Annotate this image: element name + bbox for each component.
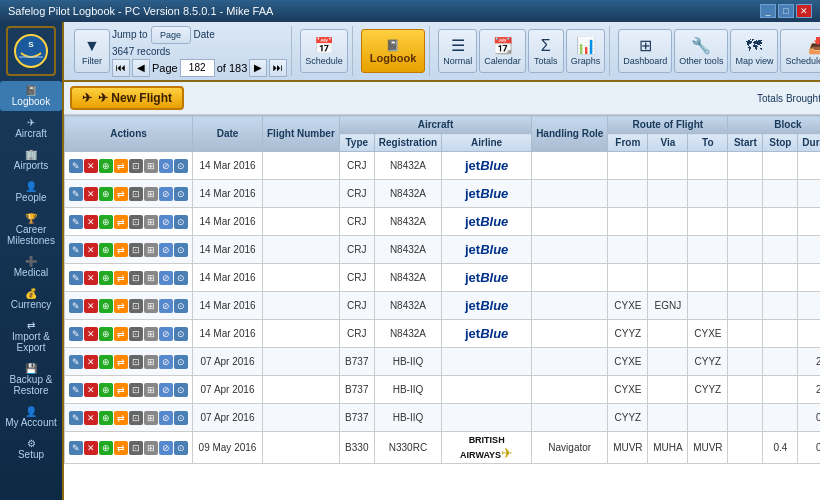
edit-icon[interactable]: ✎ [69,441,83,455]
sidebar-item-career[interactable]: 🏆 Career Milestones [0,209,62,250]
delete-icon[interactable]: ✕ [84,243,98,257]
share-icon[interactable]: ⊡ [129,299,143,313]
attach-icon[interactable]: ⊘ [159,159,173,173]
sidebar-item-logbook[interactable]: 📓 Logbook [0,81,62,111]
share-icon[interactable]: ⊡ [129,411,143,425]
view-icon[interactable]: ⊙ [174,383,188,397]
move-icon[interactable]: ⇄ [114,327,128,341]
copy-icon[interactable]: ⊕ [99,187,113,201]
delete-icon[interactable]: ✕ [84,299,98,313]
copy-icon[interactable]: ⊕ [99,243,113,257]
move-icon[interactable]: ⇄ [114,299,128,313]
new-flight-button[interactable]: ✈ ✈ New Flight [70,86,184,110]
edit-icon[interactable]: ✎ [69,215,83,229]
grid-icon[interactable]: ⊞ [144,441,158,455]
delete-icon[interactable]: ✕ [84,355,98,369]
grid-icon[interactable]: ⊞ [144,327,158,341]
attach-icon[interactable]: ⊘ [159,411,173,425]
sidebar-item-backup[interactable]: 💾 Backup & Restore [0,359,62,400]
totals-button[interactable]: Σ Totals [528,29,564,73]
view-icon[interactable]: ⊙ [174,271,188,285]
view-icon[interactable]: ⊙ [174,441,188,455]
attach-icon[interactable]: ⊘ [159,327,173,341]
share-icon[interactable]: ⊡ [129,187,143,201]
grid-icon[interactable]: ⊞ [144,355,158,369]
edit-icon[interactable]: ✎ [69,271,83,285]
attach-icon[interactable]: ⊘ [159,355,173,369]
sidebar-item-currency[interactable]: 💰 Currency [0,284,62,314]
view-icon[interactable]: ⊙ [174,355,188,369]
share-icon[interactable]: ⊡ [129,441,143,455]
edit-icon[interactable]: ✎ [69,411,83,425]
attach-icon[interactable]: ⊘ [159,441,173,455]
view-icon[interactable]: ⊙ [174,299,188,313]
schedule-button[interactable]: 📅 Schedule [300,29,348,73]
grid-icon[interactable]: ⊞ [144,243,158,257]
first-page-button[interactable]: ⏮ [112,59,130,77]
grid-icon[interactable]: ⊞ [144,159,158,173]
delete-icon[interactable]: ✕ [84,441,98,455]
delete-icon[interactable]: ✕ [84,411,98,425]
map-view-button[interactable]: 🗺 Map view [730,29,778,73]
calendar-button[interactable]: 📆 Calendar [479,29,526,73]
move-icon[interactable]: ⇄ [114,187,128,201]
attach-icon[interactable]: ⊘ [159,299,173,313]
attach-icon[interactable]: ⊘ [159,187,173,201]
delete-icon[interactable]: ✕ [84,271,98,285]
share-icon[interactable]: ⊡ [129,243,143,257]
minimize-button[interactable]: _ [760,4,776,18]
sidebar-item-account[interactable]: 👤 My Account [0,402,62,432]
copy-icon[interactable]: ⊕ [99,411,113,425]
copy-icon[interactable]: ⊕ [99,355,113,369]
copy-icon[interactable]: ⊕ [99,299,113,313]
dashboard-button[interactable]: ⊞ Dashboard [618,29,672,73]
share-icon[interactable]: ⊡ [129,327,143,341]
page-input[interactable] [180,59,215,77]
view-icon[interactable]: ⊙ [174,243,188,257]
schedule-import-button[interactable]: 📥 Schedule import [780,29,820,73]
next-page-button[interactable]: ▶ [249,59,267,77]
view-icon[interactable]: ⊙ [174,411,188,425]
delete-icon[interactable]: ✕ [84,159,98,173]
copy-icon[interactable]: ⊕ [99,271,113,285]
view-icon[interactable]: ⊙ [174,187,188,201]
view-icon[interactable]: ⊙ [174,215,188,229]
graphs-button[interactable]: 📊 Graphs [566,29,606,73]
copy-icon[interactable]: ⊕ [99,159,113,173]
edit-icon[interactable]: ✎ [69,299,83,313]
close-button[interactable]: ✕ [796,4,812,18]
delete-icon[interactable]: ✕ [84,383,98,397]
edit-icon[interactable]: ✎ [69,243,83,257]
logbook-button[interactable]: 📓 Logbook [361,29,425,73]
move-icon[interactable]: ⇄ [114,355,128,369]
sidebar-item-import-export[interactable]: ⇄ Import & Export [0,316,62,357]
sidebar-item-aircraft[interactable]: ✈ Aircraft [0,113,62,143]
move-icon[interactable]: ⇄ [114,243,128,257]
page-jump-button[interactable]: Page [151,26,191,44]
last-page-button[interactable]: ⏭ [269,59,287,77]
grid-icon[interactable]: ⊞ [144,187,158,201]
copy-icon[interactable]: ⊕ [99,215,113,229]
share-icon[interactable]: ⊡ [129,159,143,173]
move-icon[interactable]: ⇄ [114,411,128,425]
copy-icon[interactable]: ⊕ [99,383,113,397]
edit-icon[interactable]: ✎ [69,159,83,173]
grid-icon[interactable]: ⊞ [144,411,158,425]
sidebar-item-medical[interactable]: ➕ Medical [0,252,62,282]
move-icon[interactable]: ⇄ [114,383,128,397]
edit-icon[interactable]: ✎ [69,327,83,341]
delete-icon[interactable]: ✕ [84,215,98,229]
normal-button[interactable]: ☰ Normal [438,29,477,73]
share-icon[interactable]: ⊡ [129,271,143,285]
move-icon[interactable]: ⇄ [114,441,128,455]
delete-icon[interactable]: ✕ [84,187,98,201]
grid-icon[interactable]: ⊞ [144,299,158,313]
attach-icon[interactable]: ⊘ [159,383,173,397]
share-icon[interactable]: ⊡ [129,383,143,397]
share-icon[interactable]: ⊡ [129,355,143,369]
attach-icon[interactable]: ⊘ [159,271,173,285]
filter-button[interactable]: ▼ Filter [74,29,110,73]
attach-icon[interactable]: ⊘ [159,215,173,229]
move-icon[interactable]: ⇄ [114,159,128,173]
view-icon[interactable]: ⊙ [174,327,188,341]
